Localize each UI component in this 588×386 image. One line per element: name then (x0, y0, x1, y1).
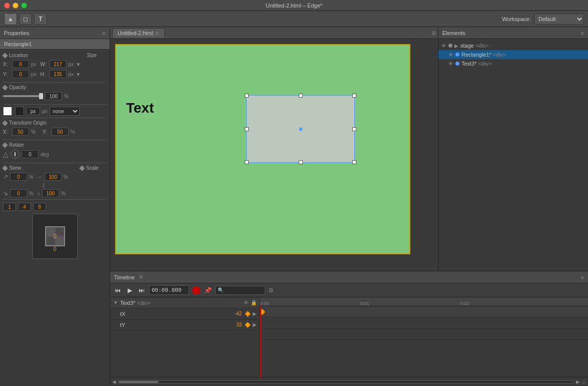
timeline-time-display[interactable] (149, 285, 189, 295)
selection-handle-tr[interactable] (352, 94, 356, 98)
text3-track-label: Text3* <div> (120, 300, 242, 306)
scale-y-unit: % (61, 191, 66, 196)
timeline-panel-actions[interactable]: ≡ (581, 274, 584, 280)
color-border-row: px none solid dashed (3, 107, 107, 116)
timeline-scrollbar[interactable] (118, 380, 574, 383)
rectangle-tool-button[interactable]: ◻ (19, 13, 32, 25)
stage-eye-icon[interactable]: 👁 (441, 43, 446, 49)
y-input[interactable] (12, 70, 29, 78)
stage-expand-arrow[interactable]: ▶ (454, 43, 458, 49)
timeline-zoom-out[interactable]: ◀ (112, 379, 116, 384)
select-tool-button[interactable]: ▲ (4, 13, 17, 25)
selection-handle-mr[interactable] (352, 127, 356, 131)
ty-keyframe-diamond[interactable] (245, 322, 250, 327)
elements-panel-actions[interactable]: ≡ (581, 30, 584, 36)
tree-item-text3[interactable]: 👁 Text3* <div> (438, 59, 588, 68)
easing-num-1[interactable]: 1 (3, 203, 16, 211)
text-tool-button[interactable]: T (34, 13, 47, 25)
selection-handle-ml[interactable] (245, 127, 249, 131)
selection-handle-tl[interactable] (245, 94, 249, 98)
timeline-track-ty[interactable]: tY 33 ▶ (110, 319, 260, 330)
rect1-eye-icon[interactable]: 👁 (448, 52, 453, 58)
selection-handle-bl[interactable] (245, 160, 249, 164)
timeline-tab-label[interactable]: Timeline (114, 274, 135, 280)
w-input[interactable] (50, 60, 67, 68)
canvas-tabs: Untitled-2.html ✕ ≡ (110, 27, 438, 39)
opacity-input[interactable] (45, 92, 62, 100)
opacity-slider-thumb[interactable] (39, 93, 43, 99)
canvas-rectangle-element[interactable] (246, 95, 355, 163)
timeline-track-text3[interactable]: ▼ Text3* <div> 👁 🔒 (110, 297, 260, 308)
border-color-swatch[interactable] (15, 107, 24, 116)
transform-x-input[interactable] (12, 128, 29, 136)
text3-track-arrow[interactable]: ▼ (113, 300, 118, 305)
selection-handle-tc[interactable] (299, 94, 303, 98)
maximize-button[interactable] (21, 3, 27, 9)
timeline-bg-row-2 (260, 317, 588, 328)
skew-y-input[interactable] (10, 189, 27, 197)
canvas-text-element[interactable]: Text (126, 100, 154, 116)
easing-value: 0 (53, 233, 57, 240)
rotate-dial[interactable] (11, 150, 20, 159)
selection-handle-br[interactable] (352, 160, 356, 164)
fill-color-swatch[interactable] (3, 107, 12, 116)
scale-diamond-icon (79, 165, 85, 171)
timeline-close-button[interactable]: ✕ (139, 274, 143, 280)
border-width-input[interactable] (26, 107, 40, 115)
canvas-tabs-menu[interactable]: ≡ (432, 29, 436, 37)
timeline-playhead[interactable] (260, 306, 261, 377)
canvas-stage[interactable]: Text (115, 44, 410, 254)
text3-eye-icon[interactable]: 👁 (448, 61, 453, 67)
transform-y-input[interactable] (52, 128, 69, 136)
timeline-record-button[interactable] (192, 286, 200, 294)
workspace-select[interactable]: Default (534, 14, 584, 25)
h-input[interactable] (50, 70, 67, 78)
close-button[interactable] (4, 3, 10, 9)
window-controls[interactable] (4, 3, 27, 9)
timeline-tracks-list: ▼ Text3* <div> 👁 🔒 tX -42 ▶ tY 33 ▶ (110, 297, 260, 377)
tx-keyframe-diamond[interactable] (245, 311, 250, 316)
scale-x-input[interactable] (45, 173, 62, 181)
scale-y-input[interactable] (42, 189, 59, 197)
w-dropdown-icon[interactable]: ▼ (76, 62, 81, 67)
ty-keyframe-right-arrow[interactable]: ▶ (253, 322, 257, 327)
timeline-scrollbar-thumb[interactable] (119, 381, 159, 383)
y-unit: px (31, 72, 37, 77)
toolbar: ▲ ◻ T Workspace: Default (0, 11, 588, 27)
skew-x-input[interactable] (10, 173, 27, 181)
timeline-fit-btn[interactable]: △ (582, 379, 586, 384)
timeline-prev-button[interactable]: ⏮ (113, 286, 122, 295)
x-input[interactable] (12, 60, 29, 68)
text3-track-lock[interactable]: 🔒 (251, 300, 257, 305)
rect1-label: Rectangle1* <div> (461, 52, 585, 58)
text3-label: Text3* <div> (461, 61, 585, 67)
timeline-zoom-in[interactable]: ▶ (576, 379, 580, 384)
canvas-tab-close[interactable]: ✕ (155, 31, 159, 36)
timeline-bottom-bar: ◀ ▶ △ (110, 377, 588, 386)
selection-handle-bc[interactable] (299, 160, 303, 164)
stage-dot (448, 44, 452, 48)
timeline-filter-button[interactable]: ⚙ (268, 287, 274, 294)
border-style-select[interactable]: none solid dashed (50, 107, 80, 116)
opacity-slider-track[interactable] (3, 95, 43, 97)
text3-track-eye[interactable]: 👁 (244, 300, 249, 305)
transform-y-unit: % (71, 129, 75, 135)
minimize-button[interactable] (13, 3, 19, 9)
timeline-pin-button[interactable]: 📌 (203, 286, 212, 295)
tree-item-rectangle1[interactable]: 👁 Rectangle1* <div> (438, 50, 588, 59)
timeline-play-button[interactable]: ▶ (125, 286, 134, 295)
timeline-search-input[interactable] (215, 286, 265, 295)
tx-keyframe-right-arrow[interactable]: ▶ (253, 311, 257, 316)
properties-panel-actions[interactable]: ≡ (103, 30, 106, 36)
canvas-tab[interactable]: Untitled-2.html ✕ (112, 28, 165, 38)
tree-item-stage[interactable]: 👁 ▶ stage <div> (438, 41, 588, 50)
easing-num-3[interactable]: 8 (33, 203, 46, 211)
h-dropdown-icon[interactable]: ▼ (76, 72, 81, 77)
timeline-next-button[interactable]: ⏭ (137, 286, 146, 295)
opacity-diamond-icon (2, 85, 8, 90)
rotate-input[interactable] (22, 150, 39, 158)
title-bar: Untitled-2.html – Edge* (0, 0, 588, 11)
timeline-track-tx[interactable]: tX -42 ▶ (110, 308, 260, 319)
easing-num-2[interactable]: 4 (18, 203, 31, 211)
easing-box: 0 (33, 214, 78, 259)
